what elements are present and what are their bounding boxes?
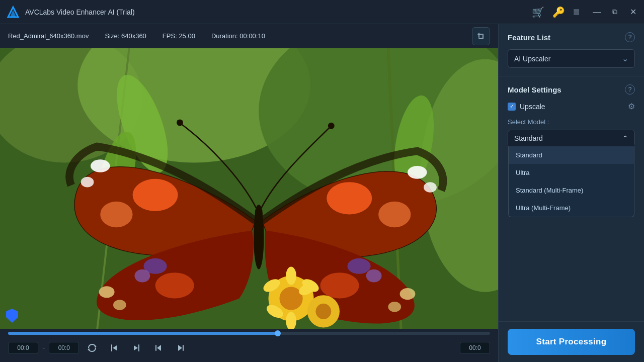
- svg-point-30: [347, 258, 370, 274]
- svg-marker-56: [178, 345, 182, 351]
- feature-chevron-icon: ⌄: [622, 54, 628, 63]
- svg-point-41: [315, 304, 331, 319]
- mark-out-button[interactable]: [127, 339, 145, 357]
- main-content: Red_Admiral_640x360.mov Size: 640x360 FP…: [0, 24, 644, 362]
- app-logo: [6, 5, 20, 19]
- model-chevron-up-icon: ⌃: [622, 134, 628, 142]
- svg-marker-54: [157, 345, 161, 351]
- close-button[interactable]: ✕: [628, 7, 638, 17]
- svg-point-23: [424, 182, 437, 193]
- video-controls: -: [0, 329, 498, 362]
- feature-list-section: Feature List ? AI Upscaler ⌄: [499, 24, 644, 76]
- title-bar: AVCLabs Video Enhancer AI (Trial) 🛒 🔑 ≡ …: [0, 0, 644, 24]
- start-processing-button[interactable]: Start Processing: [508, 329, 635, 355]
- feature-list-help[interactable]: ?: [625, 32, 635, 42]
- model-option-ultra[interactable]: Ultra: [509, 164, 634, 182]
- maximize-button[interactable]: ⧉: [610, 8, 620, 16]
- menu-icon[interactable]: ≡: [573, 6, 580, 19]
- model-option-standard-multi[interactable]: Standard (Multi-Frame): [509, 182, 634, 199]
- mark-out-icon: [132, 343, 141, 352]
- svg-point-19: [81, 177, 94, 188]
- select-model-label: Select Model :: [508, 118, 635, 126]
- model-settings-title: Model Settings: [508, 85, 561, 94]
- file-duration: Duration: 00:00:10: [211, 32, 265, 40]
- svg-point-28: [113, 300, 126, 310]
- video-frame: [0, 48, 498, 329]
- svg-marker-51: [113, 345, 117, 350]
- time-current-input[interactable]: [460, 342, 490, 354]
- separator-label: -: [42, 343, 45, 352]
- next-frame-icon: [176, 343, 185, 352]
- svg-point-37: [328, 123, 335, 129]
- model-selected-value: Standard: [514, 134, 543, 142]
- svg-rect-57: [183, 345, 184, 351]
- loop-icon: [87, 343, 97, 353]
- svg-point-22: [408, 166, 427, 179]
- upscale-checkbox[interactable]: [508, 103, 516, 111]
- model-dropdown[interactable]: Standard ⌃ Standard Ultra Standard (Mult…: [508, 130, 635, 147]
- crop-icon: [476, 32, 486, 41]
- mark-in-icon: [110, 343, 119, 352]
- file-name: Red_Admiral_640x360.mov: [8, 32, 89, 40]
- svg-point-20: [327, 182, 372, 214]
- svg-point-29: [320, 273, 359, 298]
- model-dropdown-list: Standard Ultra Standard (Multi-Frame) Ul…: [508, 146, 634, 217]
- svg-point-26: [134, 269, 150, 283]
- feature-dropdown[interactable]: AI Upscaler ⌄: [508, 49, 635, 68]
- key-icon[interactable]: 🔑: [552, 6, 565, 18]
- model-option-ultra-multi[interactable]: Ultra (Multi-Frame): [509, 199, 634, 217]
- svg-marker-53: [134, 345, 138, 350]
- svg-point-32: [400, 288, 416, 300]
- svg-rect-5: [477, 34, 482, 35]
- svg-point-17: [100, 202, 132, 227]
- file-size: Size: 640x360: [105, 32, 146, 40]
- svg-rect-50: [111, 344, 112, 351]
- svg-rect-55: [155, 345, 156, 351]
- svg-rect-52: [138, 344, 139, 351]
- video-panel: Red_Admiral_640x360.mov Size: 640x360 FP…: [0, 24, 498, 362]
- progress-bar[interactable]: [8, 332, 490, 335]
- svg-rect-2: [478, 33, 479, 38]
- svg-point-31: [366, 269, 382, 283]
- file-fps: FPS: 25.00: [163, 32, 195, 40]
- svg-point-24: [155, 273, 194, 298]
- model-settings-help[interactable]: ?: [625, 84, 635, 95]
- model-option-standard[interactable]: Standard: [509, 146, 634, 164]
- start-btn-container: Start Processing: [499, 321, 644, 362]
- cart-icon[interactable]: 🛒: [532, 6, 544, 18]
- feature-list-title: Feature List: [508, 33, 550, 42]
- next-frame-button[interactable]: [172, 339, 190, 357]
- svg-point-21: [378, 202, 411, 227]
- prev-frame-icon: [154, 343, 163, 352]
- model-settings-section: Model Settings ? Upscale ⚙ Select Model …: [499, 76, 644, 321]
- svg-rect-4: [482, 34, 484, 39]
- mark-in-button[interactable]: [105, 339, 123, 357]
- upscale-label: Upscale: [520, 103, 545, 111]
- video-display: [0, 48, 498, 329]
- upscale-settings-icon[interactable]: ⚙: [628, 102, 635, 111]
- svg-point-36: [177, 119, 183, 126]
- loop-button[interactable]: [83, 339, 101, 357]
- upscale-row: Upscale ⚙: [508, 102, 635, 111]
- prev-frame-button[interactable]: [149, 339, 168, 357]
- svg-point-44: [286, 267, 296, 285]
- model-dropdown-header[interactable]: Standard ⌃: [508, 130, 634, 146]
- svg-point-18: [91, 159, 110, 172]
- file-info-bar: Red_Admiral_640x360.mov Size: 640x360 FP…: [0, 24, 498, 48]
- minimize-button[interactable]: —: [592, 8, 602, 17]
- feature-selected: AI Upscaler: [514, 55, 550, 63]
- time-start-input[interactable]: [8, 342, 38, 354]
- app-title: AVCLabs Video Enhancer AI (Trial): [25, 8, 532, 16]
- time-end-input[interactable]: [49, 342, 79, 354]
- svg-point-33: [388, 302, 401, 312]
- svg-point-16: [133, 179, 178, 211]
- right-panel: Feature List ? AI Upscaler ⌄ Model Setti…: [498, 24, 644, 362]
- crop-button[interactable]: [472, 27, 490, 45]
- svg-point-27: [99, 286, 115, 298]
